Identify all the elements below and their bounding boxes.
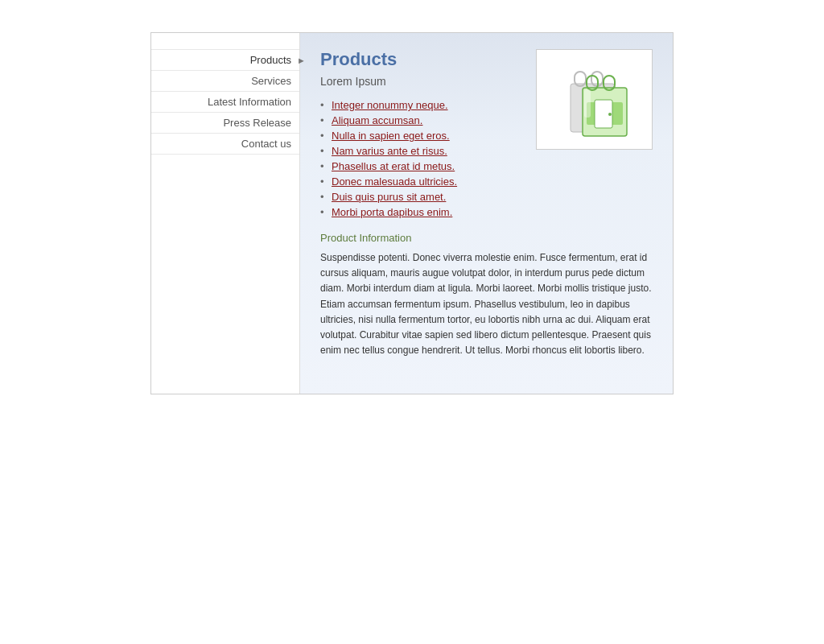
list-item: Morbi porta dapibus enim. [320,204,520,220]
sidebar-arrow-products: ► [297,56,306,65]
main-content: Products Lorem Ipsum Integer nonummy neq… [300,33,673,394]
sidebar-item-press-release[interactable]: Press Release [151,113,299,134]
subtitle: Lorem Ipsum [320,75,520,88]
page-title: Products [320,49,520,70]
sidebar-item-contact-us-label: Contact us [241,138,291,150]
sidebar-item-press-release-label: Press Release [223,117,291,129]
sidebar-item-services-label: Services [251,75,291,87]
product-image [536,49,653,150]
list-item-link[interactable]: Phasellus at erat id metus. [332,160,455,172]
list-item: Duis quis purus sit amet. [320,189,520,204]
list-item-link[interactable]: Duis quis purus sit amet. [332,191,446,203]
list-item-link[interactable]: Donec malesuada ultricies. [332,175,457,188]
links-list: Integer nonummy neque.Aliquam accumsan.N… [320,97,520,220]
list-item-link[interactable]: Integer nonummy neque. [332,99,448,111]
list-item-link[interactable]: Aliquam accumsan. [332,114,422,126]
sidebar-item-latest-information[interactable]: Latest Information [151,92,299,113]
sidebar: Products ► Services Latest Information P… [151,33,300,394]
svg-rect-9 [584,89,591,118]
svg-point-8 [608,113,612,116]
list-item-link[interactable]: Nulla in sapien eget eros. [332,130,450,142]
list-item: Aliquam accumsan. [320,113,520,128]
list-item: Phasellus at erat id metus. [320,159,520,174]
list-item-link[interactable]: Nam varius ante et risus. [332,145,447,157]
page-wrapper: Products ► Services Latest Information P… [0,0,824,427]
sidebar-item-products[interactable]: Products ► [151,49,299,71]
content-left: Products Lorem Ipsum Integer nonummy neq… [320,49,520,220]
product-info-text: Suspendisse potenti. Donec viverra moles… [320,250,653,358]
sidebar-item-latest-information-label: Latest Information [208,96,291,108]
list-item: Donec malesuada ultricies. [320,174,520,189]
list-item: Nam varius ante et risus. [320,143,520,159]
sidebar-item-products-label: Products [250,54,291,66]
content-header: Products Lorem Ipsum Integer nonummy neq… [320,49,653,220]
list-item: Nulla in sapien eget eros. [320,128,520,143]
product-info-title: Product Information [320,232,653,244]
main-container: Products ► Services Latest Information P… [150,32,674,394]
bag-svg [546,56,643,144]
sidebar-item-contact-us[interactable]: Contact us [151,134,299,155]
list-item-link[interactable]: Morbi porta dapibus enim. [332,206,452,218]
list-item: Integer nonummy neque. [320,97,520,113]
product-info-section: Product Information Suspendisse potenti.… [320,232,653,358]
sidebar-item-services[interactable]: Services [151,71,299,92]
